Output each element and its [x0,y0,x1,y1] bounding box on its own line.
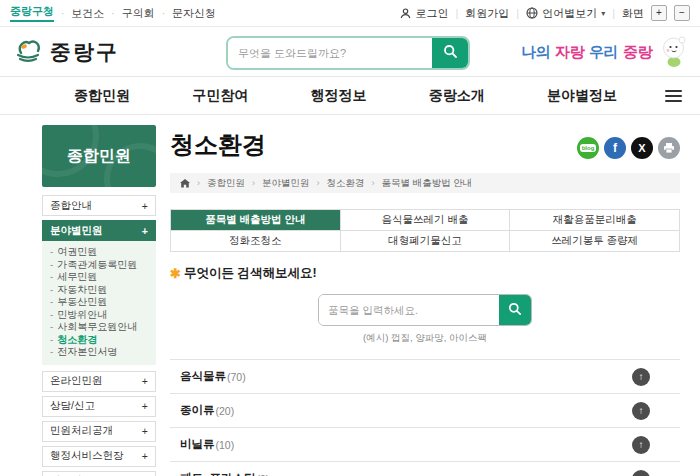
facebook-share-icon[interactable]: f [604,137,626,159]
breadcrumb-item[interactable]: 종합민원 [207,177,245,190]
sidebar-submenu-item[interactable]: - 민방위안내 [50,309,148,322]
sidebar-menu-item[interactable]: 종합안내 + [42,195,156,216]
collapse-arrow-button[interactable]: ↑ [632,436,650,454]
category-row[interactable]: 비닐류 (10) ↑ [170,428,680,462]
category-row[interactable]: 음식물류 (70) ↑ [170,360,680,394]
sidebar-title: 종합민원 [42,125,156,187]
sidebar-menu-item[interactable]: 상담/신고 + [42,396,156,417]
expand-plus-icon: + [142,425,148,437]
sidebar-submenu-item[interactable]: - 자동차민원 [50,284,148,297]
site-logo[interactable]: 중랑구 [12,35,119,69]
breadcrumb-separator: › [252,178,255,188]
sidebar-menu-item[interactable]: 행정서비스헌장 + [42,446,156,467]
sidebar-submenu-item[interactable]: - 부동산민원 [50,296,148,309]
tab[interactable]: 쓰레기봉투 종량제 [510,231,680,252]
sidebar: 종합민원 종합안내 + 분야별민원 + [42,125,156,476]
breadcrumb-separator: › [197,178,200,188]
sidebar-submenu-item[interactable]: - 사회복무요원안내 [50,321,148,334]
tab[interactable]: 재활용품분리배출 [510,210,680,231]
sidebar-menu-item[interactable]: 온라인민원 + [42,371,156,392]
tab[interactable]: 정화조청소 [171,231,341,252]
tab[interactable]: 대형폐기물신고 [341,231,511,252]
nav-item[interactable]: 구민참여 [192,87,248,105]
dash: - [50,271,53,284]
sidebar-submenu-item[interactable]: - 전자본인서명 [50,346,148,359]
category-count: (70) [227,371,246,383]
x-share-icon[interactable]: X [631,137,653,159]
quick-links: · 중랑구청 · 보건소 · 구의회 · 문자신청 [10,4,216,22]
mascot-icon [660,36,688,72]
asterisk-icon: ✱ [170,266,181,281]
item-search [318,294,532,326]
category-accordion: 음식물류 (70) ↑ 종이류 (20) ↑ 비닐류 (10) ↑ [170,359,680,476]
topbar-link[interactable]: · 문자신청 [155,6,216,21]
zoom-in-button[interactable]: + [651,5,667,21]
item-search-input[interactable] [319,295,499,325]
nav-item[interactable]: 종합민원 [74,87,130,105]
dash: - [50,334,53,347]
search-example-hint: (예시) 껍질, 양파망, 아이스팩 [170,332,680,345]
sidebar-submenu-item[interactable]: - 가족관계등록민원 [50,259,148,272]
category-name: 페트, 플라스틱 [180,471,255,476]
sidebar-submenu-item[interactable]: - 청소환경 [50,334,148,347]
collapse-arrow-button[interactable]: ↑ [632,368,650,386]
dot-separator: · [61,8,64,19]
category-count: (10) [216,439,235,451]
nav-item[interactable]: 행정정보 [311,87,367,105]
dash: - [50,284,53,297]
separator: | [612,7,615,19]
sidebar-menu-item[interactable]: 분야별민원 + [42,220,156,241]
topbar-link[interactable]: · 중랑구청 [10,4,54,22]
category-row[interactable]: 페트, 플라스틱 (9) ↑ [170,462,680,476]
tab[interactable]: 음식물쓰레기 배출 [341,210,511,231]
expand-plus-icon: + [142,400,148,412]
dash: - [50,259,53,272]
dash: - [50,321,53,334]
sidebar-submenu-item[interactable]: - 여권민원 [50,246,148,259]
expand-plus-icon: + [142,375,148,387]
sidebar-menu-item[interactable]: 의견제출 + [42,471,156,476]
category-count: (20) [216,405,235,417]
site-search-input[interactable] [228,38,432,68]
category-count: (9) [256,473,269,476]
breadcrumb-item[interactable]: 분야별민원 [262,177,310,190]
menu-icon[interactable] [663,87,684,105]
home-icon[interactable] [180,179,190,188]
topbar-link[interactable]: · 구의회 [104,6,154,21]
signup-link[interactable]: 회원가입 [465,6,509,21]
separator: | [455,7,458,19]
expand-plus-icon: + [142,450,148,462]
dash: - [50,296,53,309]
category-row[interactable]: 종이류 (20) ↑ [170,394,680,428]
sidebar-menu-item[interactable]: 민원처리공개 + [42,421,156,442]
blog-share-icon[interactable]: blog [577,137,599,159]
page: · 중랑구청 · 보건소 · 구의회 · 문자신청 [0,0,700,476]
print-icon[interactable] [658,137,680,159]
breadcrumb-separator: › [372,178,375,188]
search-icon [508,302,522,319]
zoom-out-button[interactable]: − [674,5,690,21]
expand-plus-icon: + [142,225,148,237]
item-search-button[interactable] [499,295,531,325]
dash: - [50,346,53,359]
sidebar-submenu: - 여권민원 - 가족관계등록민원 - 세무민원 - [42,241,156,365]
topbar-link[interactable]: · 보건소 [54,6,104,21]
nav-item[interactable]: 분야별정보 [547,87,617,105]
nav-item[interactable]: 중랑소개 [429,87,485,105]
language-select[interactable]: 언어별보기 ▾ [526,6,605,21]
tab[interactable]: 품목별 배출방법 안내 [171,210,341,231]
sidebar-submenu-item[interactable]: - 세무민원 [50,271,148,284]
expand-plus-icon: + [142,200,148,212]
site-header: 중랑구 나의자랑우리중랑 [0,27,700,76]
site-search [226,36,470,70]
dash: - [50,246,53,259]
collapse-arrow-button[interactable]: ↑ [632,402,650,420]
breadcrumb-item[interactable]: 품목별 배출방법 안내 [382,177,473,190]
dot-separator: · [111,8,114,19]
login-link[interactable]: 로그인 [400,6,448,21]
collapse-arrow-button[interactable]: ↑ [632,470,650,476]
breadcrumb-item[interactable]: 청소환경 [327,177,365,190]
category-name: 비닐류 [180,437,215,452]
item-search-title: ✱ 무엇이든 검색해보세요! [170,265,680,282]
site-search-button[interactable] [432,38,468,68]
